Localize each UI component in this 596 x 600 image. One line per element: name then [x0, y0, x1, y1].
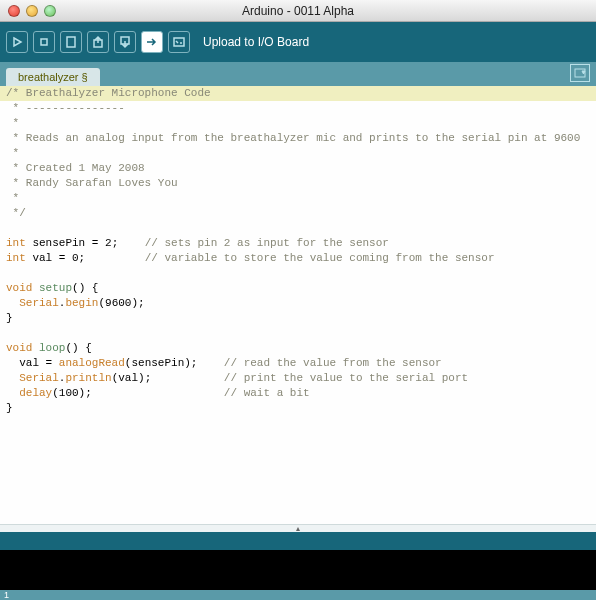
code-line: delay(100); // wait a bit: [0, 386, 596, 401]
tab-menu-button[interactable]: [570, 64, 590, 82]
svg-marker-0: [14, 38, 21, 46]
code-line: [0, 326, 596, 341]
code-line: *: [0, 146, 596, 161]
line-number-indicator: 1: [4, 590, 9, 600]
window-title: Arduino - 0011 Alpha: [0, 4, 596, 18]
serial-monitor-button[interactable]: [168, 31, 190, 53]
code-line: val = analogRead(sensePin); // read the …: [0, 356, 596, 371]
status-bar: [0, 532, 596, 550]
toolbar-hint: Upload to I/O Board: [203, 35, 309, 49]
code-line: * Created 1 May 2008: [0, 161, 596, 176]
code-line: * Reads an analog input from the breatha…: [0, 131, 596, 146]
console-output[interactable]: [0, 550, 596, 590]
verify-button[interactable]: [6, 31, 28, 53]
toolbar: Upload to I/O Board: [0, 22, 596, 62]
code-line: [0, 266, 596, 281]
titlebar: Arduino - 0011 Alpha: [0, 0, 596, 22]
code-line: Serial.println(val); // print the value …: [0, 371, 596, 386]
code-line: *: [0, 116, 596, 131]
pane-divider[interactable]: ▴: [0, 524, 596, 532]
open-button[interactable]: [87, 31, 109, 53]
window-controls: [0, 5, 56, 17]
svg-rect-1: [41, 39, 47, 45]
code-line: /* Breathalyzer Microphone Code: [0, 86, 596, 101]
close-window-button[interactable]: [8, 5, 20, 17]
tab-bar: breathalyzer §: [0, 62, 596, 86]
code-line: */: [0, 206, 596, 221]
code-line: * ---------------: [0, 101, 596, 116]
code-line: void setup() {: [0, 281, 596, 296]
code-line: }: [0, 401, 596, 416]
minimize-window-button[interactable]: [26, 5, 38, 17]
code-editor[interactable]: /* Breathalyzer Microphone Code * ------…: [0, 86, 596, 524]
tab-breathalyzer[interactable]: breathalyzer §: [6, 68, 100, 86]
stop-button[interactable]: [33, 31, 55, 53]
save-button[interactable]: [114, 31, 136, 53]
code-line: Serial.begin(9600);: [0, 296, 596, 311]
svg-rect-5: [174, 38, 184, 46]
code-line: }: [0, 311, 596, 326]
new-button[interactable]: [60, 31, 82, 53]
upload-button[interactable]: [141, 31, 163, 53]
code-line: *: [0, 191, 596, 206]
footer-bar: 1: [0, 590, 596, 600]
code-line: [0, 221, 596, 236]
toolbar-group-run: [6, 31, 55, 53]
divider-grip-icon: ▴: [296, 524, 301, 533]
toolbar-group-file: [60, 31, 190, 53]
code-line: int sensePin = 2; // sets pin 2 as input…: [0, 236, 596, 251]
code-line: int val = 0; // variable to store the va…: [0, 251, 596, 266]
code-line: * Randy Sarafan Loves You: [0, 176, 596, 191]
svg-rect-2: [67, 37, 75, 47]
zoom-window-button[interactable]: [44, 5, 56, 17]
code-line: void loop() {: [0, 341, 596, 356]
